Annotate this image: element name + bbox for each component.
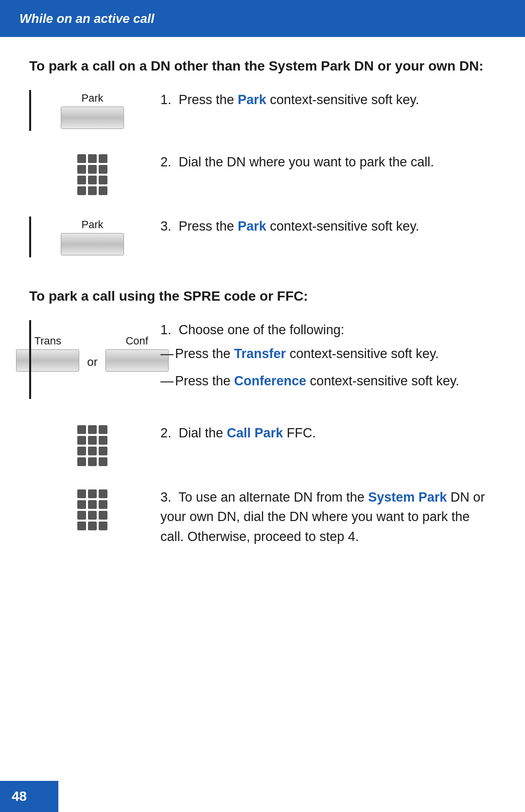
section1-step2: 2. Dial the DN where you want to park th… [39, 152, 496, 195]
step6-text: 3. To use an alternate DN from the Syste… [146, 487, 496, 547]
key-dot [99, 522, 107, 530]
main-content: To park a call on a DN other than the Sy… [0, 37, 525, 607]
key-dot [88, 154, 97, 163]
key-dot [77, 425, 86, 434]
conference-link: Conference [234, 374, 307, 388]
key-dot [99, 436, 107, 445]
systempark-link: System Park [368, 490, 447, 505]
trans-btn[interactable] [16, 349, 79, 372]
step6-number: 3. [160, 490, 178, 505]
header-bar: While on an active call [0, 0, 525, 37]
key-dot [77, 447, 86, 455]
keypad-3 [77, 489, 107, 530]
key-dot [88, 425, 97, 434]
key-dot [88, 500, 97, 509]
header-title: While on an active call [19, 11, 154, 26]
trans-label: Trans [35, 335, 61, 347]
key-dot [99, 186, 107, 195]
softkey-btn-2[interactable] [61, 233, 124, 255]
sub-item-transfer: — Press the Transfer context-sensitive s… [160, 344, 496, 364]
step2-number: 2. [160, 155, 179, 169]
callpark-link: Call Park [227, 426, 283, 440]
sub-list-1: — Press the Transfer context-sensitive s… [160, 344, 496, 391]
transfer-link: Transfer [234, 346, 286, 361]
park-softkey-2: Park [61, 218, 124, 255]
step3-number: 3. [160, 219, 179, 234]
section1-step1: Park 1. Press the Park context-sensitive… [39, 90, 496, 131]
key-dot [77, 522, 86, 530]
step3-text: 3. Press the Park context-sensitive soft… [146, 217, 496, 236]
section1-heading: To park a call on a DN other than the Sy… [29, 56, 496, 75]
key-dot [99, 165, 107, 174]
transfer-text: Press the Transfer context-sensitive sof… [175, 344, 439, 364]
step1-text: 1. Press the Park context-sensitive soft… [146, 90, 496, 110]
key-dot [88, 489, 97, 498]
key-dot [88, 176, 97, 184]
keypad-1 [77, 154, 107, 195]
key-dot [77, 489, 86, 498]
key-dot [77, 176, 86, 184]
trans-conf-visual: Trans or Conf [39, 320, 146, 374]
step2-text: 2. Dial the DN where you want to park th… [146, 152, 496, 172]
softkey-label-2: Park [81, 218, 103, 231]
dash-2: — [160, 371, 175, 391]
softkey-btn-1[interactable] [61, 107, 124, 129]
section2-heading: To park a call using the SPRE code or FF… [29, 287, 496, 306]
conf-label: Conf [125, 335, 148, 347]
key-dot [99, 500, 107, 509]
step6-visual [39, 487, 146, 530]
section2-step3: 3. To use an alternate DN from the Syste… [39, 487, 496, 547]
section2-step1: Trans or Conf 1. Choose one of the follo… [39, 320, 496, 399]
park-softkey-1: Park [61, 92, 124, 129]
trans-softkey: Trans [16, 335, 79, 372]
key-dot [88, 165, 97, 174]
step1-number: 1. [160, 92, 179, 107]
key-dot [77, 511, 86, 520]
step5-visual [39, 423, 146, 466]
or-label: or [85, 355, 99, 369]
dash-1: — [160, 344, 175, 364]
section2-step2: 2. Dial the Call Park FFC. [39, 423, 496, 466]
park-link-1: Park [238, 92, 266, 107]
keypad-2 [77, 425, 107, 466]
key-dot [99, 489, 107, 498]
key-dot [99, 457, 107, 466]
park-link-2: Park [238, 219, 266, 234]
key-dot [77, 186, 86, 195]
key-dot [99, 154, 107, 163]
conference-text: Press the Conference context-sensitive s… [175, 371, 459, 391]
key-dot [88, 522, 97, 530]
key-dot [99, 511, 107, 520]
step3-visual: Park [39, 217, 146, 257]
step5-text: 2. Dial the Call Park FFC. [146, 423, 496, 443]
key-dot [99, 176, 107, 184]
key-dot [99, 447, 107, 455]
step2-visual [39, 152, 146, 195]
section1-step3: Park 3. Press the Park context-sensitive… [39, 217, 496, 257]
step4-number: 1. [160, 323, 179, 337]
step5-number: 2. [160, 426, 179, 440]
footer-bar: 48 [0, 781, 58, 812]
key-dot [88, 186, 97, 195]
key-dot [99, 425, 107, 434]
page-number: 48 [12, 789, 27, 804]
step1-visual: Park [39, 90, 146, 131]
key-dot [88, 436, 97, 445]
softkey-label-1: Park [81, 92, 103, 105]
key-dot [77, 165, 86, 174]
key-dot [88, 511, 97, 520]
key-dot [77, 457, 86, 466]
key-dot [77, 436, 86, 445]
key-dot [77, 500, 86, 509]
sub-item-conference: — Press the Conference context-sensitive… [160, 371, 496, 391]
key-dot [88, 447, 97, 455]
key-dot [88, 457, 97, 466]
key-dot [77, 154, 86, 163]
step4-text: 1. Choose one of the following: — Press … [146, 320, 496, 399]
